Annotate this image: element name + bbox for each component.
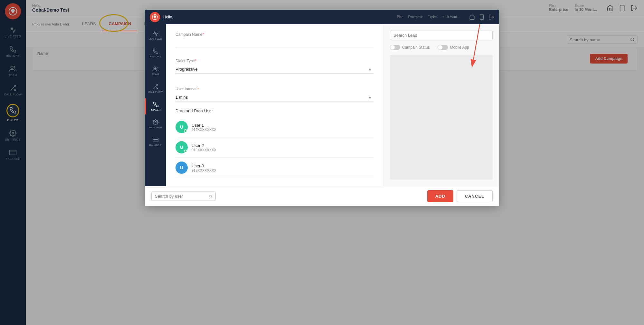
user-item-3[interactable]: U User 3 919XXXXXXXX [175, 158, 374, 178]
user-interval-select-wrapper: 1 mins 2 mins 5 mins ▼ [175, 93, 374, 102]
campaign-name-label: Campain Name* [175, 32, 374, 37]
user-2-online-dot [184, 150, 187, 153]
user-3-info: User 3 919XXXXXXXX [192, 163, 216, 172]
search-lead-box [390, 31, 493, 40]
modal-footer: ADD CANCEL [145, 186, 499, 206]
modal-expire-label: Expire [428, 15, 437, 19]
dialer-type-select[interactable]: Progressive Predictive Manual [175, 65, 374, 74]
modal-mobile-icon[interactable] [479, 14, 485, 20]
modal-form: Campain Name* Dialer Type* Progressive P… [166, 24, 383, 186]
dialer-type-select-wrapper: Progressive Predictive Manual ▼ [175, 65, 374, 74]
svg-line-26 [211, 197, 212, 197]
svg-rect-15 [480, 15, 484, 19]
campaign-status-toggle-label: Campain Status [390, 45, 430, 50]
drag-drop-label: Drag and Drop User [175, 108, 374, 113]
user-1-name: User 1 [192, 123, 216, 128]
modal-sidebar-dialer[interactable]: DIALER [145, 98, 166, 114]
user-2-info: User 2 919XXXXXXXX [192, 143, 216, 152]
user-interval-select[interactable]: 1 mins 2 mins 5 mins [175, 93, 374, 102]
modal-hello-text: Hello, [163, 15, 173, 19]
modal-right-panel: Campain Status Mobile App [383, 24, 499, 186]
modal-logout-icon[interactable] [488, 14, 494, 20]
user-3-name: User 3 [192, 163, 216, 168]
user-1-info: User 1 919XXXXXXXX [192, 123, 216, 132]
modal-home-icon[interactable] [469, 14, 475, 20]
svg-point-20 [155, 122, 156, 123]
modal-sidebar-call-flow[interactable]: CALL FLOW [145, 81, 166, 97]
modal-body: LIVE FEED HISTORY TEAM [145, 24, 499, 186]
user-3-avatar-wrapper: U [175, 162, 188, 174]
user-3-phone: 919XXXXXXXX [192, 168, 216, 172]
modal-sidebar-team[interactable]: TEAM [145, 63, 166, 79]
user-1-phone: 919XXXXXXXX [192, 128, 216, 132]
modal-plan-label: Plan [397, 15, 403, 19]
user-1-avatar-wrapper: U [175, 121, 188, 133]
user-1-online-dot [184, 129, 187, 133]
user-2-name: User 2 [192, 143, 216, 148]
svg-rect-21 [153, 138, 158, 142]
user-list: U User 1 919XXXXXXXX U [175, 117, 374, 178]
modal-logo [150, 12, 160, 22]
svg-point-25 [209, 195, 212, 197]
modal-expire-value: In 10 Mont... [441, 15, 459, 19]
dialer-type-field: Dialer Type* Progressive Predictive Manu… [175, 59, 374, 74]
modal-sidebar-live-feed[interactable]: LIVE FEED [145, 27, 166, 44]
modal-sidebar: LIVE FEED HISTORY TEAM [145, 24, 166, 186]
add-campaign-modal: Hello, Plan Enterprise Expire In 10 Mont… [145, 10, 499, 206]
modal-top-bar: Hello, Plan Enterprise Expire In 10 Mont… [145, 10, 499, 24]
modal-sidebar-history[interactable]: HISTORY [145, 45, 166, 61]
modal-sidebar-settings[interactable]: SETTINGS [145, 116, 166, 132]
search-user-box [151, 192, 216, 201]
toggle-row: Campain Status Mobile App [390, 45, 493, 50]
user-3-avatar: U [175, 162, 188, 174]
modal-plan-info: Plan Enterprise Expire In 10 Mont... [397, 15, 459, 19]
footer-buttons: ADD CANCEL [427, 190, 493, 202]
modal-plan-value: Enterprise [408, 15, 423, 19]
svg-line-24 [473, 24, 480, 60]
search-lead-input[interactable] [393, 33, 489, 38]
add-button[interactable]: ADD [427, 190, 453, 202]
user-item-1[interactable]: U User 1 919XXXXXXXX [175, 117, 374, 137]
modal-overlay: Hello, Plan Enterprise Expire In 10 Mont… [0, 0, 644, 325]
mobile-app-toggle[interactable] [438, 45, 448, 50]
svg-point-17 [154, 67, 156, 69]
campaign-status-toggle[interactable] [390, 45, 400, 50]
mobile-app-toggle-label: Mobile App [438, 45, 469, 50]
user-item-2[interactable]: U User 2 919XXXXXXXX [175, 137, 374, 158]
search-user-icon [209, 194, 212, 199]
user-interval-field: User Interval* 1 mins 2 mins 5 mins ▼ [175, 87, 374, 102]
modal-sidebar-balance[interactable]: BALANCE [145, 134, 166, 150]
campaign-name-field: Campain Name* [175, 32, 374, 54]
campaign-name-input[interactable] [175, 38, 374, 47]
user-2-phone: 919XXXXXXXX [192, 148, 216, 152]
cancel-button[interactable]: CANCEL [457, 190, 493, 202]
search-user-input[interactable] [155, 194, 209, 199]
dialer-type-label: Dialer Type* [175, 59, 374, 63]
lead-drop-area[interactable] [390, 55, 493, 180]
user-interval-label: User Interval* [175, 87, 374, 91]
user-2-avatar-wrapper: U [175, 141, 188, 153]
